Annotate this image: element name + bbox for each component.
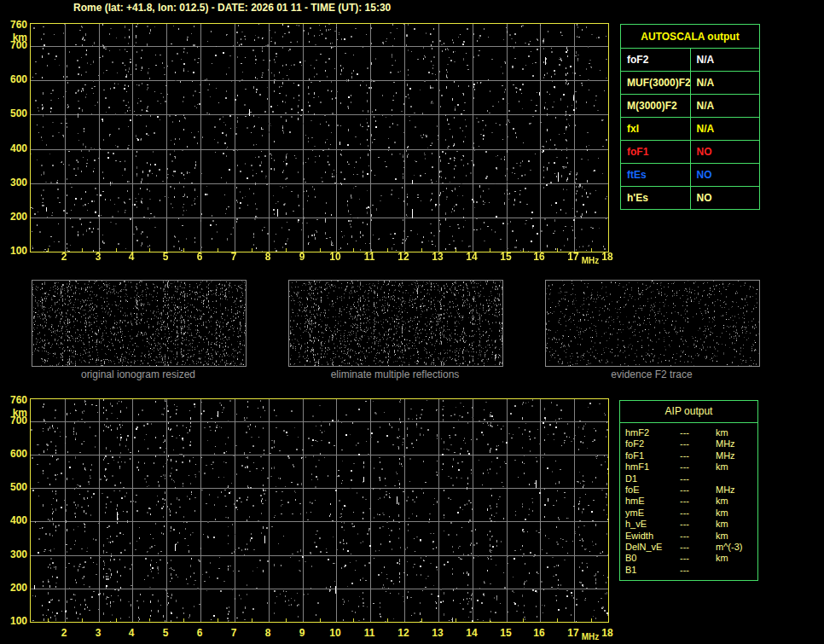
thumbnail-original-canvas bbox=[32, 281, 246, 366]
x-tick-label: 10 bbox=[324, 252, 346, 263]
autoscala-param-value: NO bbox=[690, 141, 760, 164]
autoscala-param-value: N/A bbox=[690, 49, 760, 72]
x-tick-label: 5 bbox=[154, 252, 177, 263]
autoscala-param-value: NO bbox=[690, 187, 760, 210]
x-tick-label: 8 bbox=[257, 252, 279, 263]
aip-row-yme: ymE---km bbox=[625, 508, 757, 519]
autoscala-param-label: MUF(3000)F2 bbox=[621, 72, 691, 95]
x-axis-unit-label: MHz bbox=[578, 256, 602, 265]
aip-row-fof2: foF2---MHz bbox=[625, 438, 757, 450]
thumbnail-eliminate-reflections bbox=[288, 280, 503, 367]
aip-param-unit: km bbox=[716, 508, 757, 519]
autoscala-app-window: { "header": { "title": "Rome (lat: +41.8… bbox=[0, 0, 824, 644]
x-tick-label: 4 bbox=[120, 628, 142, 639]
aip-param-value: --- bbox=[680, 542, 716, 553]
autoscala-table-title: AUTOSCALA output bbox=[621, 25, 760, 49]
autoscala-param-value: NO bbox=[690, 164, 760, 187]
y-tick-label: 500 bbox=[1, 107, 27, 119]
aip-row-hmf1: hmF1---km bbox=[625, 461, 757, 473]
aip-param-value: --- bbox=[680, 508, 716, 519]
aip-row-hme: hmE---km bbox=[625, 496, 757, 507]
y-tick-label: 600 bbox=[1, 448, 27, 460]
aip-param-unit: km bbox=[716, 496, 757, 507]
thumbnail-evidence-f2 bbox=[545, 280, 760, 367]
autoscala-param-label: fxI bbox=[621, 118, 691, 141]
y-tick-label: 760 bbox=[1, 19, 27, 31]
aip-param-label: ymE bbox=[625, 508, 680, 519]
aip-param-value: --- bbox=[680, 496, 716, 507]
y-tick-label: 100 bbox=[1, 615, 27, 627]
station-title: Rome (lat: +41.8, lon: 012.5) - DATE: 20… bbox=[73, 2, 391, 14]
x-tick-label: 16 bbox=[528, 252, 550, 263]
aip-param-label: h_vE bbox=[625, 519, 680, 530]
autoscala-param-label: M(3000)F2 bbox=[621, 95, 691, 118]
x-tick-label: 8 bbox=[257, 628, 279, 639]
aip-param-label: B1 bbox=[625, 565, 680, 576]
aip-param-unit bbox=[716, 473, 757, 484]
aip-param-label: Ewidth bbox=[625, 531, 680, 542]
x-tick-label: 6 bbox=[189, 252, 211, 263]
x-tick-label: 14 bbox=[461, 252, 483, 263]
aip-row-foe: foE---MHz bbox=[625, 484, 757, 496]
y-tick-label: 400 bbox=[1, 142, 27, 154]
y-tick-label: 200 bbox=[1, 211, 27, 223]
autoscala-param-label: ftEs bbox=[621, 164, 691, 187]
ionogram-main-canvas bbox=[31, 24, 608, 252]
x-tick-label: 9 bbox=[291, 628, 313, 639]
x-tick-label: 3 bbox=[87, 252, 109, 263]
aip-table-body: hmF2---kmfoF2---MHzfoF1---MHzhmF1---kmD1… bbox=[620, 423, 757, 576]
x-tick-label: 7 bbox=[223, 252, 245, 263]
thumbnail-evidence-canvas bbox=[546, 281, 759, 366]
autoscala-output-table: AUTOSCALA output foF2N/AMUF(3000)F2N/AM(… bbox=[620, 24, 760, 210]
aip-param-label: hmE bbox=[625, 496, 680, 507]
x-tick-label: 13 bbox=[427, 252, 449, 263]
aip-row-b1: B1--- bbox=[625, 565, 757, 576]
x-tick-label: 15 bbox=[495, 252, 517, 263]
aip-param-label: foF2 bbox=[625, 438, 680, 450]
autoscala-param-label: foF1 bbox=[621, 141, 691, 164]
autoscala-table-header-row: AUTOSCALA output bbox=[621, 25, 760, 49]
x-tick-label: 12 bbox=[392, 628, 415, 639]
aip-table-title: AIP output bbox=[620, 401, 757, 423]
x-tick-label: 15 bbox=[495, 628, 517, 639]
aip-row-h-ve: h_vE---km bbox=[625, 519, 757, 530]
aip-param-value: --- bbox=[680, 427, 716, 438]
autoscala-row-fxi: fxIN/A bbox=[621, 118, 760, 141]
aip-param-label: foF1 bbox=[625, 450, 680, 461]
aip-param-unit: km bbox=[716, 519, 757, 530]
x-tick-label: 5 bbox=[154, 628, 177, 639]
aip-param-unit: km bbox=[716, 427, 757, 438]
autoscala-param-label: h'Es bbox=[621, 187, 691, 210]
aip-param-value: --- bbox=[680, 531, 716, 542]
y-tick-label: 760 bbox=[1, 394, 27, 406]
aip-param-value: --- bbox=[680, 553, 716, 564]
x-tick-label: 9 bbox=[291, 252, 313, 263]
thumbnail-eliminate-canvas bbox=[289, 281, 502, 366]
ionogram-secondary-plot bbox=[30, 398, 609, 623]
y-tick-label: 500 bbox=[1, 481, 27, 493]
x-tick-label: 4 bbox=[120, 252, 142, 263]
autoscala-param-label: foF2 bbox=[621, 49, 691, 72]
x-tick-label: 11 bbox=[358, 628, 380, 639]
aip-param-unit bbox=[716, 565, 757, 576]
aip-row-b0: B0---km bbox=[625, 553, 757, 564]
ionogram-secondary-canvas bbox=[31, 399, 608, 622]
thumbnail-evidence-caption: evidence F2 trace bbox=[544, 369, 759, 380]
aip-param-unit: MHz bbox=[716, 484, 757, 496]
x-tick-label: 14 bbox=[461, 628, 483, 639]
autoscala-param-value: N/A bbox=[690, 95, 760, 118]
aip-row-fof1: foF1---MHz bbox=[625, 450, 757, 461]
x-tick-label: 16 bbox=[528, 628, 550, 639]
autoscala-row-fof2: foF2N/A bbox=[621, 49, 760, 72]
y-tick-label: 400 bbox=[1, 514, 27, 526]
autoscala-row-fof1: foF1NO bbox=[621, 141, 760, 164]
x-tick-label: 3 bbox=[87, 628, 109, 639]
aip-row-hmf2: hmF2---km bbox=[625, 427, 757, 438]
autoscala-row-m-3000-f2: M(3000)F2N/A bbox=[621, 95, 760, 118]
autoscala-row-muf-3000-f2: MUF(3000)F2N/A bbox=[621, 72, 760, 95]
autoscala-param-value: N/A bbox=[690, 118, 760, 141]
aip-param-label: foE bbox=[625, 484, 680, 496]
aip-param-value: --- bbox=[680, 438, 716, 450]
aip-param-label: hmF2 bbox=[625, 427, 680, 438]
y-tick-label: 300 bbox=[1, 177, 27, 189]
